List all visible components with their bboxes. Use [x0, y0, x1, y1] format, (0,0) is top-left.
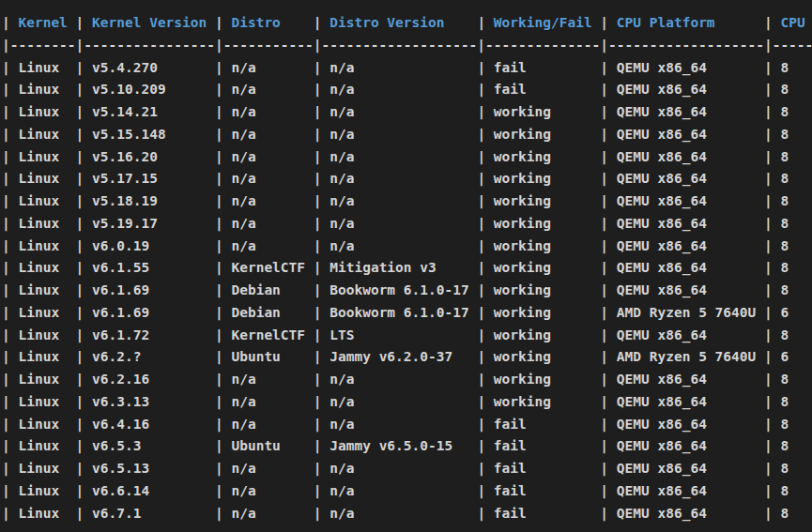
table-cell: QEMU x86_64 — [617, 216, 764, 231]
table-cell: QEMU x86_64 — [617, 372, 764, 387]
table-cell: n/a — [329, 216, 477, 231]
table-cell: working — [494, 349, 601, 364]
table-cell: n/a — [329, 372, 477, 387]
column-separator: | — [477, 461, 493, 476]
table-row: | Linux | v6.1.69 | Debian | Bookworm 6.… — [2, 302, 812, 325]
table-cell: Linux — [18, 305, 75, 320]
table-cell: 8 — [780, 238, 812, 253]
table-cell: AMD Ryzen 5 7640U — [617, 305, 764, 320]
table-cell: working — [494, 305, 601, 320]
column-separator: | — [477, 216, 493, 231]
column-separator: | — [215, 193, 231, 208]
column-separator: | — [600, 438, 616, 453]
column-separator: | — [600, 394, 616, 409]
table-row: | Linux | v6.7.1 | n/a | n/a | fail | QE… — [2, 503, 812, 525]
table-cell: Linux — [18, 438, 75, 453]
column-separator: | — [600, 461, 616, 476]
column-separator: | — [215, 327, 231, 342]
column-separator: | — [314, 461, 329, 476]
column-separator: | — [76, 15, 92, 30]
column-separator: | — [215, 349, 231, 364]
column-separator: | — [215, 372, 231, 387]
table-cell: AMD Ryzen 5 7640U — [617, 349, 764, 364]
table-cell: Linux — [18, 282, 75, 297]
table-cell: Linux — [18, 82, 75, 97]
column-separator: | — [314, 438, 329, 453]
column-separator: | — [477, 193, 493, 208]
column-separator: | — [215, 238, 231, 253]
column-separator: | — [477, 372, 493, 387]
table-cell: n/a — [231, 506, 313, 521]
column-separator: | — [764, 327, 780, 342]
column-separator: | — [477, 305, 493, 320]
column-separator: | — [600, 238, 616, 253]
table-cell: QEMU x86_64 — [617, 327, 764, 342]
table-cell: KernelCTF — [231, 260, 313, 275]
column-separator: | — [314, 149, 329, 164]
column-separator: | — [600, 149, 616, 164]
table-cell: 8 — [780, 483, 812, 498]
table-cell: n/a — [231, 82, 313, 97]
column-separator: | — [2, 372, 18, 387]
column-separator: | — [2, 461, 18, 476]
column-separator: | — [76, 193, 92, 208]
table-cell: n/a — [231, 483, 313, 498]
table-row: | Linux | v5.18.19 | n/a | n/a | working… — [2, 190, 812, 213]
kernel-table-terminal: | Kernel | Kernel Version | Distro | Dis… — [0, 0, 812, 532]
table-cell: 8 — [780, 282, 812, 297]
table-cell: Bookworm 6.1.0-17 — [329, 282, 477, 297]
table-cell: QEMU x86_64 — [617, 238, 764, 253]
column-separator: | — [314, 349, 329, 364]
table-cell: QEMU x86_64 — [617, 506, 764, 521]
table-cell: Linux — [18, 394, 75, 409]
table-cell: Debian — [231, 305, 313, 320]
column-separator: | — [477, 260, 493, 275]
column-separator: | — [76, 506, 92, 521]
separator-dashes: |-------------- — [477, 38, 600, 53]
column-separator: | — [477, 15, 493, 30]
table-cell: fail — [494, 82, 601, 97]
table-cell: n/a — [329, 483, 477, 498]
column-separator: | — [477, 438, 493, 453]
column-separator: | — [76, 149, 92, 164]
separator-dashes: |------------------- — [600, 38, 764, 53]
table-cell: v5.16.20 — [92, 149, 215, 164]
table-cell: Linux — [18, 193, 75, 208]
table-cell: n/a — [231, 127, 313, 142]
column-separator: | — [600, 171, 616, 186]
column-separator: | — [2, 417, 18, 432]
column-separator: | — [314, 483, 329, 498]
column-separator: | — [215, 260, 231, 275]
column-separator: | — [764, 417, 780, 432]
column-separator: | — [2, 104, 18, 119]
table-cell: 8 — [780, 394, 812, 409]
table-cell: 8 — [780, 127, 812, 142]
table-cell: 8 — [780, 60, 812, 75]
table-cell: Jammy v6.5.0-15 — [329, 438, 477, 453]
column-separator: | — [764, 60, 780, 75]
table-cell: 8 — [780, 171, 812, 186]
table-cell: n/a — [231, 216, 313, 231]
table-cell: QEMU x86_64 — [617, 394, 764, 409]
table-cell: v5.19.17 — [92, 216, 215, 231]
table-cell: 8 — [780, 372, 812, 387]
column-separator: | — [764, 461, 780, 476]
table-cell: QEMU x86_64 — [617, 104, 764, 119]
table-cell: n/a — [231, 171, 313, 186]
column-separator: | — [764, 238, 780, 253]
column-separator: | — [314, 15, 329, 30]
table-cell: working — [494, 127, 601, 142]
table-cell: Linux — [18, 372, 75, 387]
column-separator: | — [764, 216, 780, 231]
table-cell: fail — [494, 438, 601, 453]
table-cell: n/a — [329, 127, 477, 142]
table-cell: 8 — [780, 260, 812, 275]
table-cell: n/a — [231, 193, 313, 208]
table-cell: QEMU x86_64 — [617, 171, 764, 186]
column-separator: | — [76, 171, 92, 186]
table-cell: v5.15.148 — [92, 127, 215, 142]
table-cell: QEMU x86_64 — [617, 417, 764, 432]
column-separator: | — [477, 506, 493, 521]
column-separator: | — [2, 238, 18, 253]
column-separator: | — [76, 127, 92, 142]
